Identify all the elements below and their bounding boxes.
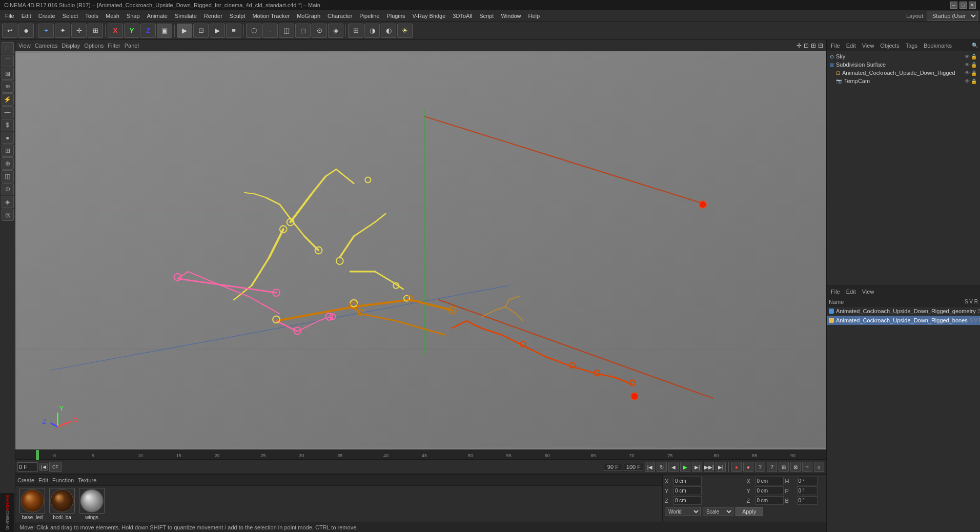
maximize-button[interactable]: □ — [959, 2, 967, 9]
pos-key-button[interactable]: ? — [755, 462, 765, 472]
tool-nurbs[interactable]: ⊠ — [2, 68, 14, 80]
y-rotation-input[interactable] — [756, 486, 784, 495]
h-value-input[interactable] — [797, 477, 818, 485]
current-frame-input[interactable] — [17, 462, 38, 472]
tool-light[interactable]: — — [2, 106, 14, 118]
scene-item-subdivision[interactable]: ⊠ Subdivision Surface 👁 🔒 — [828, 60, 979, 69]
viewport[interactable]: Perspective Grid Spacing : 0.1 cm — [15, 51, 826, 449]
tool-python[interactable]: ◎ — [2, 209, 14, 221]
mat-menu-create[interactable]: Create — [17, 477, 34, 483]
play-back-button[interactable]: ◀ — [668, 462, 679, 472]
material-base-led[interactable]: base_led — [19, 488, 45, 520]
render-region[interactable]: ⊡ — [193, 24, 209, 38]
sky-lock-icon[interactable]: 🔒 — [971, 54, 977, 59]
go-end-button[interactable]: ▶| — [716, 462, 726, 472]
rp-tags[interactable]: Tags — [904, 43, 920, 49]
b-value-input[interactable] — [797, 496, 818, 505]
layout-dropdown[interactable]: Startup (User — [927, 11, 978, 21]
menu-3dtoall[interactable]: 3DToAll — [450, 12, 475, 20]
rp-view[interactable]: View — [860, 43, 876, 49]
vp-menu-view[interactable]: View — [18, 43, 31, 49]
tool-cloner[interactable]: ◈ — [2, 196, 14, 208]
wireframe-mode[interactable]: ⊞ — [348, 24, 363, 38]
geometry-s-icon[interactable]: S — [978, 309, 980, 314]
render-all[interactable]: ≡ — [226, 24, 241, 38]
cockroach-eye-icon[interactable]: 👁 — [965, 70, 970, 76]
subdivision-eye-icon[interactable]: 👁 — [965, 62, 970, 68]
edge-mode[interactable]: ◫ — [279, 24, 294, 38]
tempcam-lock-icon[interactable]: 🔒 — [971, 78, 977, 84]
vp-menu-panel[interactable]: Panel — [125, 43, 139, 49]
z-axis[interactable]: Z — [140, 24, 156, 38]
all-key-button[interactable]: ⊠ — [790, 462, 801, 472]
y-position-input[interactable] — [673, 486, 702, 495]
menu-window[interactable]: Window — [498, 12, 524, 20]
frame-prev-marker[interactable]: |◀ — [39, 463, 48, 471]
select-tool[interactable]: ✦ — [55, 24, 70, 38]
record-button[interactable]: ● — [731, 462, 742, 472]
rp-edit[interactable]: Edit — [844, 43, 858, 49]
vp-icon-view1[interactable]: ⊡ — [804, 42, 809, 49]
mat-menu-edit[interactable]: Edit — [38, 477, 48, 483]
sky-eye-icon[interactable]: 👁 — [965, 54, 970, 59]
render-view[interactable]: ▶ — [177, 24, 192, 38]
mat-menu-function[interactable]: Function — [52, 477, 74, 483]
menu-motion-tracker[interactable]: Motion Tracker — [249, 12, 293, 20]
minimize-button[interactable]: ─ — [950, 2, 957, 9]
menu-character[interactable]: Character — [324, 12, 355, 20]
redo-button[interactable]: ● — [18, 24, 34, 38]
vp-icon-view2[interactable]: ⊞ — [811, 42, 816, 49]
next-frame-button[interactable]: ▶| — [692, 462, 702, 472]
y-axis[interactable]: Y — [124, 24, 139, 38]
menu-select[interactable]: Select — [59, 12, 81, 20]
rp-objects[interactable]: Objects — [878, 43, 901, 49]
timeline-ruler[interactable]: 0 5 10 15 20 25 30 35 40 45 50 55 60 65 … — [15, 449, 826, 460]
rp-search-icon[interactable]: 🔍 — [972, 43, 978, 48]
frame-input-cf[interactable]: CF — [49, 462, 62, 472]
obj-item-bones[interactable]: Animated_Cockroach_Upside_Down_Rigged_bo… — [827, 316, 980, 325]
next-key-button[interactable]: ▶▶| — [704, 462, 714, 472]
z-rotation-input[interactable] — [756, 496, 784, 505]
tool-joint[interactable]: ● — [2, 132, 14, 144]
obj-item-geometry[interactable]: Animated_Cockroach_Upside_Down_Rigged_ge… — [827, 306, 980, 316]
rp-bookmarks[interactable]: Bookmarks — [922, 43, 954, 49]
vp-icon-move[interactable]: ✛ — [797, 42, 802, 49]
undo-button[interactable]: ↩ — [2, 24, 17, 38]
menu-help[interactable]: Help — [525, 12, 543, 20]
new-object-button[interactable]: + — [38, 24, 54, 38]
bones-s-icon[interactable]: S — [970, 318, 973, 323]
menu-edit[interactable]: Edit — [18, 12, 34, 20]
vp-menu-options[interactable]: Options — [84, 43, 104, 49]
scale-key-button[interactable]: ⊞ — [779, 462, 789, 472]
timeline-button[interactable]: ≡ — [814, 462, 824, 472]
tool-camera[interactable]: ⚡ — [2, 93, 14, 106]
material-bodi-ba[interactable]: bodi_ba — [49, 488, 75, 520]
move-tool[interactable]: ✛ — [71, 24, 87, 38]
scale-mode-dropdown[interactable]: Scale — [703, 507, 733, 516]
menu-snap[interactable]: Snap — [124, 12, 143, 20]
mat-menu-texture[interactable]: Texture — [78, 477, 96, 483]
vp-menu-filter[interactable]: Filter — [108, 43, 120, 49]
menu-pipeline[interactable]: Pipeline — [356, 12, 382, 20]
tool-array[interactable]: ⊞ — [2, 145, 14, 157]
vp-icon-view3[interactable]: ⊟ — [818, 42, 823, 49]
uv-mode[interactable]: ⊙ — [312, 24, 327, 38]
bones-v-icon[interactable]: V — [974, 318, 978, 323]
loop-button[interactable]: ↻ — [657, 462, 667, 472]
texture-view[interactable]: ◐ — [381, 24, 396, 38]
h-rotation-input[interactable] — [756, 477, 784, 485]
menu-vray[interactable]: V-Ray Bridge — [410, 12, 449, 20]
menu-plugins[interactable]: Plugins — [383, 12, 408, 20]
obj-edit[interactable]: Edit — [844, 289, 858, 295]
play-button[interactable]: ▶ — [680, 462, 690, 472]
rot-key-button[interactable]: ? — [767, 462, 777, 472]
tool-spline[interactable]: ⌒ — [2, 55, 14, 67]
tool-instance[interactable]: ⊕ — [2, 157, 14, 170]
scene-item-tempcam[interactable]: 📷 TempCam 👁 🔒 — [828, 77, 979, 85]
menu-simulate[interactable]: Simulate — [172, 12, 200, 20]
close-button[interactable]: ✕ — [969, 2, 976, 9]
poly-mode[interactable]: ◻ — [295, 24, 311, 38]
obj-file[interactable]: File — [829, 289, 842, 295]
tool-scene[interactable]: $ — [2, 119, 14, 131]
scale-tool[interactable]: ⊞ — [88, 24, 103, 38]
